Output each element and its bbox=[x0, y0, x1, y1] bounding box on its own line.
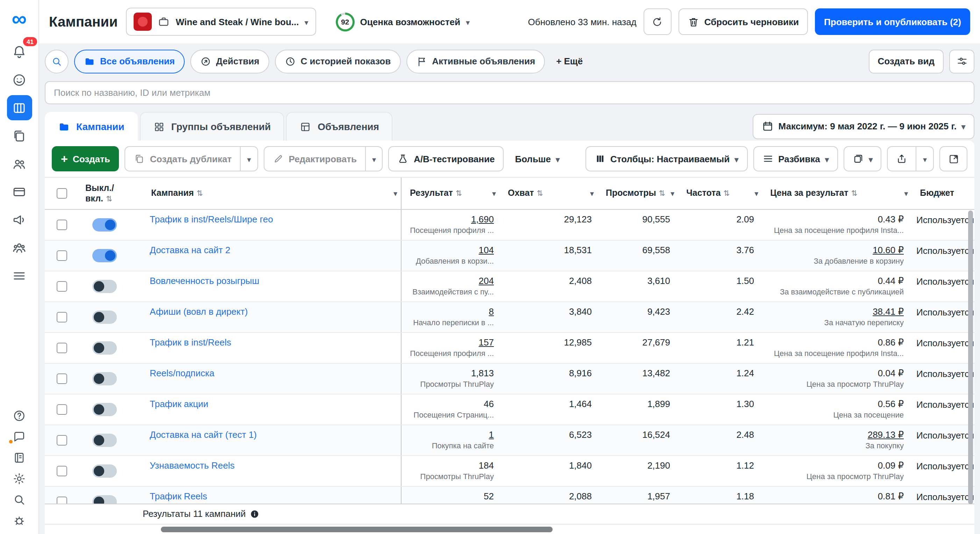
result-value[interactable]: 1 bbox=[489, 429, 494, 441]
review-publish-button[interactable]: Проверить и опубликовать (2) bbox=[815, 8, 970, 35]
campaign-name-link[interactable]: Вовлеченность розыгрыш bbox=[150, 276, 394, 286]
result-value[interactable]: 157 bbox=[479, 337, 494, 348]
filter-pill-actions[interactable]: Действия bbox=[190, 49, 269, 73]
report-bug-button[interactable] bbox=[6, 510, 32, 531]
result-value[interactable]: 1,813 bbox=[471, 367, 494, 379]
tab-ads[interactable]: Объявления bbox=[286, 112, 393, 141]
search-input[interactable] bbox=[45, 81, 974, 104]
filter-pill-had-delivery[interactable]: С историей показов bbox=[275, 49, 401, 73]
row-checkbox[interactable] bbox=[56, 250, 67, 261]
result-value[interactable]: 1,690 bbox=[471, 213, 494, 225]
cost-per-result-value[interactable]: 0.81 ₽ bbox=[878, 490, 904, 502]
notifications-button[interactable]: 41 bbox=[6, 39, 32, 64]
edit-options-caret[interactable] bbox=[365, 147, 382, 171]
column-menu-caret[interactable] bbox=[393, 188, 397, 199]
notes-button[interactable] bbox=[6, 447, 32, 467]
col-reach-header[interactable]: Охват bbox=[500, 178, 597, 209]
columns-button[interactable]: Столбцы: Настраиваемый bbox=[585, 146, 748, 172]
campaign-active-toggle[interactable] bbox=[92, 310, 117, 324]
campaign-name-link[interactable]: Трафик в inst/Reels/Шире гео bbox=[150, 214, 394, 224]
filter-pill-active-ads[interactable]: Активные объявления bbox=[406, 49, 545, 73]
cost-per-result-value[interactable]: 0.04 ₽ bbox=[878, 367, 904, 379]
open-in-new-window-button[interactable] bbox=[939, 146, 967, 172]
col-frequency-header[interactable]: Частота bbox=[678, 178, 762, 209]
reports-button[interactable] bbox=[843, 146, 882, 172]
breakdown-button[interactable]: Разбивка bbox=[753, 146, 838, 172]
export-options-caret[interactable] bbox=[916, 147, 933, 171]
row-checkbox[interactable] bbox=[56, 435, 67, 445]
col-budget-header[interactable]: Бюджет bbox=[912, 178, 974, 209]
ab-test-button[interactable]: A/B-тестирование bbox=[388, 146, 504, 172]
cost-per-result-value[interactable]: 0.43 ₽ bbox=[878, 213, 904, 225]
row-checkbox[interactable] bbox=[56, 497, 67, 503]
row-checkbox[interactable] bbox=[56, 281, 67, 292]
column-menu-caret[interactable] bbox=[590, 188, 594, 199]
campaign-name-link[interactable]: Трафик в inst/Reels bbox=[150, 337, 394, 348]
global-search-button[interactable] bbox=[6, 489, 32, 510]
result-value[interactable]: 46 bbox=[484, 398, 494, 410]
col-result-header[interactable]: Результат bbox=[401, 178, 500, 209]
result-value[interactable]: 52 bbox=[484, 490, 494, 502]
campaign-name-link[interactable]: Афиши (вовл в директ) bbox=[150, 306, 394, 317]
billing-nav-button[interactable] bbox=[6, 179, 32, 204]
opportunity-score[interactable]: 92 Оценка возможностей bbox=[336, 12, 470, 31]
info-icon[interactable] bbox=[250, 509, 260, 519]
row-checkbox[interactable] bbox=[56, 404, 67, 415]
campaign-active-toggle[interactable] bbox=[92, 434, 117, 447]
search-filter-button[interactable] bbox=[45, 49, 68, 73]
campaign-active-toggle[interactable] bbox=[92, 495, 117, 503]
filter-pill-all-ads[interactable]: Все объявления bbox=[74, 49, 185, 73]
ads-nav-button[interactable] bbox=[6, 207, 32, 232]
column-menu-caret[interactable] bbox=[904, 188, 908, 199]
col-views-header[interactable]: Просмотры bbox=[597, 178, 678, 209]
tab-campaigns[interactable]: Кампании bbox=[45, 112, 138, 141]
campaigns-nav-button[interactable] bbox=[6, 95, 32, 120]
cost-per-result-value[interactable]: 0.86 ₽ bbox=[878, 337, 904, 348]
collaborators-nav-button[interactable] bbox=[6, 235, 32, 260]
more-actions-button[interactable]: Больше bbox=[509, 146, 565, 172]
view-settings-button[interactable] bbox=[949, 49, 974, 73]
campaign-active-toggle[interactable] bbox=[92, 218, 117, 232]
refresh-button[interactable] bbox=[644, 8, 671, 35]
campaign-name-link[interactable]: Reels/подписка bbox=[150, 368, 394, 378]
column-menu-caret[interactable] bbox=[492, 188, 496, 199]
campaign-active-toggle[interactable] bbox=[92, 280, 117, 293]
ad-account-selector[interactable]: Wine and Steak / Wine bou... bbox=[126, 8, 316, 36]
campaign-active-toggle[interactable] bbox=[92, 403, 117, 416]
export-button[interactable] bbox=[888, 147, 916, 171]
audiences-nav-button[interactable] bbox=[6, 151, 32, 176]
campaign-name-link[interactable]: Трафик Reels bbox=[150, 491, 394, 501]
settings-button[interactable] bbox=[6, 468, 32, 488]
edit-button[interactable]: Редактировать bbox=[264, 147, 365, 171]
cost-per-result-value[interactable]: 10.60 ₽ bbox=[873, 244, 904, 256]
result-value[interactable]: 184 bbox=[479, 459, 494, 471]
create-view-button[interactable]: Создать вид bbox=[869, 49, 943, 73]
duplicate-button[interactable]: Создать дубликат bbox=[126, 147, 240, 171]
horizontal-scrollbar-thumb[interactable] bbox=[161, 526, 553, 532]
cost-per-result-value[interactable]: 0.44 ₽ bbox=[878, 275, 904, 287]
discard-drafts-button[interactable]: Сбросить черновики bbox=[679, 8, 808, 35]
cost-per-result-value[interactable]: 289.13 ₽ bbox=[868, 429, 904, 441]
all-tools-menu-button[interactable] bbox=[6, 263, 32, 288]
campaign-name-link[interactable]: Доставка на сайт (тест 1) bbox=[150, 429, 394, 440]
column-menu-caret[interactable] bbox=[670, 188, 674, 199]
select-all-checkbox[interactable] bbox=[56, 188, 67, 199]
meta-logo[interactable] bbox=[6, 6, 32, 32]
vertical-scrollbar-thumb[interactable] bbox=[968, 211, 973, 504]
cost-per-result-value[interactable]: 38.41 ₽ bbox=[873, 306, 904, 318]
help-button[interactable] bbox=[6, 405, 32, 426]
campaign-active-toggle[interactable] bbox=[92, 464, 117, 478]
feedback-button[interactable] bbox=[6, 426, 32, 447]
row-checkbox[interactable] bbox=[56, 343, 67, 353]
create-campaign-button[interactable]: Создать bbox=[52, 146, 119, 172]
row-checkbox[interactable] bbox=[56, 466, 67, 476]
more-filters-button[interactable]: + Ещё bbox=[556, 56, 583, 67]
campaign-active-toggle[interactable] bbox=[92, 341, 117, 354]
campaign-name-link[interactable]: Доставка на сайт 2 bbox=[150, 245, 394, 255]
row-checkbox[interactable] bbox=[56, 219, 67, 230]
campaign-active-toggle[interactable] bbox=[92, 372, 117, 385]
account-overview-button[interactable] bbox=[6, 67, 32, 92]
column-menu-caret[interactable] bbox=[754, 188, 758, 199]
campaign-name-link[interactable]: Трафик акции bbox=[150, 399, 394, 409]
date-range-button[interactable]: Максимум: 9 мая 2022 г. — 9 июн 2025 г. bbox=[752, 114, 974, 139]
